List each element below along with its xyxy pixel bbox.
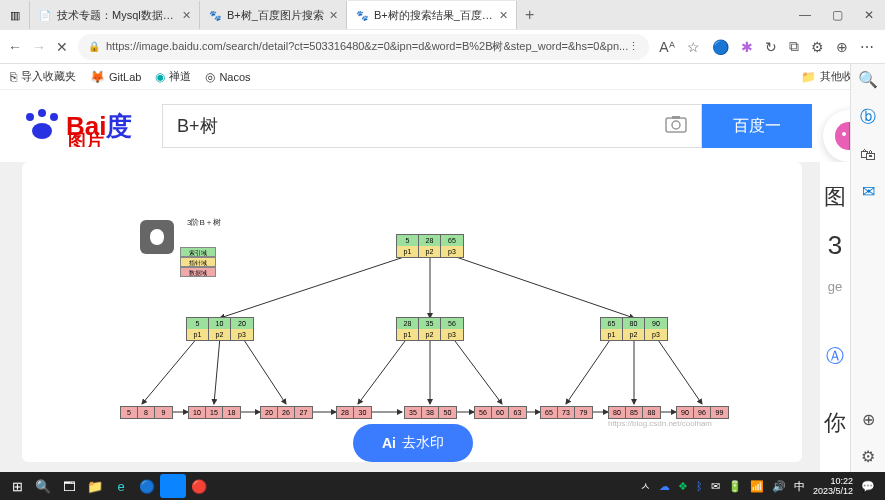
svg-rect-8 — [672, 116, 680, 119]
close-window-button[interactable]: ✕ — [853, 8, 885, 22]
browser-tab-strip: ▥ 📄 技术专题：Mysql数据库（视图... ✕ 🐾 B+树_百度图片搜索 ✕… — [0, 0, 885, 30]
tray-icon[interactable]: ☁ — [659, 480, 670, 493]
ime-icon[interactable]: 中 — [794, 479, 805, 494]
read-aloud-icon[interactable]: Aᴬ — [659, 39, 674, 55]
volume-icon[interactable]: 🔊 — [772, 480, 786, 493]
app-icon[interactable] — [160, 474, 186, 498]
app-icon[interactable]: 🔴 — [186, 474, 212, 498]
tree-root: 52865 p1p2p3 — [396, 234, 464, 258]
bookmark-nacos[interactable]: ◎Nacos — [205, 70, 250, 84]
tree-leaf: 101518 — [188, 406, 241, 419]
bluetooth-icon[interactable]: ᛒ — [696, 480, 703, 492]
baidu-logo[interactable]: Bai度图片 — [18, 105, 148, 147]
baidu-icon: 🐾 — [208, 8, 222, 22]
app-icon[interactable]: 🔵 — [134, 474, 160, 498]
svg-line-19 — [452, 337, 502, 404]
page-actions-icon[interactable]: ⋮ — [628, 40, 639, 53]
bookmark-gitlab[interactable]: 🦊GitLab — [90, 70, 141, 84]
maximize-button[interactable]: ▢ — [821, 8, 853, 22]
forward-button[interactable]: → — [32, 39, 46, 55]
search-taskbar[interactable]: 🔍 — [30, 474, 56, 498]
favorite-icon[interactable]: ☆ — [687, 39, 700, 55]
tab-vertical-tabs[interactable]: ▥ — [0, 1, 30, 29]
svg-point-1 — [38, 109, 46, 117]
sidebar-shopping-icon[interactable]: 🛍 — [860, 146, 876, 164]
sidebar-chat-icon[interactable]: ⓑ — [860, 107, 876, 128]
ai-icon: Ai — [382, 435, 396, 451]
minimize-button[interactable]: — — [789, 8, 821, 22]
browser-tab-0[interactable]: 📄 技术专题：Mysql数据库（视图... ✕ — [30, 1, 200, 29]
puzzle-icon[interactable]: ✱ — [741, 39, 753, 55]
address-bar: ← → ✕ 🔒 https://image.baidu.com/search/d… — [0, 30, 885, 64]
tree-leaf: 202627 — [260, 406, 313, 419]
search-button[interactable]: 百度一 — [702, 104, 812, 148]
url-text: https://image.baidu.com/search/detail?ct… — [106, 39, 628, 54]
pdf-icon: 📄 — [38, 8, 52, 22]
info-text2: 你 — [820, 408, 850, 438]
svg-line-17 — [358, 337, 408, 404]
import-bookmarks[interactable]: ⎘导入收藏夹 — [10, 69, 76, 84]
info-ai-icon[interactable]: Ⓐ — [820, 344, 850, 368]
diagram-legend: 索引域 指针域 数据域 — [180, 247, 216, 277]
tab-label: 技术专题：Mysql数据库（视图... — [57, 8, 177, 23]
tray-icon[interactable]: ❖ — [678, 480, 688, 493]
search-value: B+树 — [177, 114, 218, 138]
clock[interactable]: 10:222023/5/12 — [813, 476, 853, 496]
svg-point-2 — [50, 113, 58, 121]
bookmark-zentao[interactable]: ◉禅道 — [155, 69, 191, 84]
task-view[interactable]: 🗔 — [56, 474, 82, 498]
url-field[interactable]: 🔒 https://image.baidu.com/search/detail?… — [78, 34, 649, 60]
svg-text:图片: 图片 — [68, 131, 104, 147]
close-icon[interactable]: ✕ — [182, 9, 191, 22]
browser-tab-2[interactable]: 🐾 B+树的搜索结果_百度图片搜索 ✕ — [347, 1, 517, 29]
bookmarks-bar: ⎘导入收藏夹 🦊GitLab ◉禅道 ◎Nacos 📁其他收藏夹 — [0, 64, 885, 90]
tree-leaf: 657379 — [540, 406, 593, 419]
close-icon[interactable]: ✕ — [329, 9, 338, 22]
extension-icon[interactable]: 🔵 — [712, 39, 729, 55]
watermark-text: https://blog.csdn.net/coolham — [608, 419, 712, 428]
wifi-icon[interactable]: 📶 — [750, 480, 764, 493]
split-icon[interactable]: ⚙ — [811, 39, 824, 55]
sidebar-settings-icon[interactable]: ⚙ — [861, 447, 875, 466]
info-text: ge — [820, 279, 850, 294]
sidebar-add-icon[interactable]: ⊕ — [862, 410, 875, 429]
close-icon[interactable]: ✕ — [499, 9, 508, 22]
search-input[interactable]: B+树 — [162, 104, 702, 148]
tree-leaf: 909699 — [676, 406, 729, 419]
collections-icon[interactable]: ⧉ — [789, 38, 799, 55]
refresh-icon[interactable]: ↻ — [765, 39, 777, 55]
back-button[interactable]: ← — [8, 39, 22, 55]
legend-data: 数据域 — [180, 267, 216, 277]
svg-line-20 — [566, 337, 612, 404]
window-controls: — ▢ ✕ — [789, 8, 885, 22]
tree-leaf: 2830 — [336, 406, 372, 419]
lock-icon: 🔒 — [88, 41, 100, 52]
new-tab-button[interactable]: + — [517, 6, 542, 24]
camera-icon[interactable] — [665, 115, 687, 138]
svg-line-16 — [242, 337, 286, 404]
tree-leaf: 808588 — [608, 406, 661, 419]
system-tray: ㅅ ☁ ❖ ᛒ ✉ 🔋 📶 🔊 中 10:222023/5/12 💬 — [640, 476, 881, 496]
remove-watermark-button[interactable]: Ai 去水印 — [353, 424, 473, 462]
svg-line-22 — [656, 337, 702, 404]
info-count: 3 — [820, 230, 850, 261]
notifications-icon[interactable]: 💬 — [861, 480, 875, 493]
edge-icon[interactable]: e — [108, 474, 134, 498]
menu-icon[interactable]: ⋯ — [860, 39, 874, 55]
browser-tab-1[interactable]: 🐾 B+树_百度图片搜索 ✕ — [200, 1, 347, 29]
image-card[interactable]: 3阶B＋树 索引域 指针域 数据域 52865 p1p2p3 51020 p1p… — [22, 162, 802, 462]
start-button[interactable]: ⊞ — [4, 474, 30, 498]
info-heading: 图 — [820, 182, 850, 212]
add-icon[interactable]: ⊕ — [836, 39, 848, 55]
stop-button[interactable]: ✕ — [56, 39, 68, 55]
battery-icon[interactable]: 🔋 — [728, 480, 742, 493]
sidebar-outlook-icon[interactable]: ✉ — [862, 182, 875, 201]
svg-point-7 — [672, 121, 680, 129]
svg-point-9 — [842, 132, 846, 136]
tree-mid-0: 51020 p1p2p3 — [186, 317, 254, 341]
tray-icon[interactable]: ㅅ — [640, 479, 651, 494]
sidebar-search-icon[interactable]: 🔍 — [858, 70, 878, 89]
tray-icon[interactable]: ✉ — [711, 480, 720, 493]
legend-index: 索引域 — [180, 247, 216, 257]
explorer-icon[interactable]: 📁 — [82, 474, 108, 498]
